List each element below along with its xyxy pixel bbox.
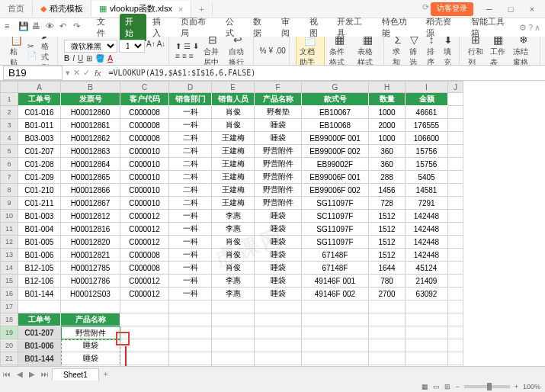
cell-I17[interactable] — [406, 300, 448, 313]
worksheet-button[interactable]: ▦工作表 — [488, 37, 508, 66]
close-icon[interactable]: × — [178, 5, 183, 14]
cell-C16[interactable]: C000012 — [120, 288, 169, 300]
cell-F2[interactable]: 野餐垫 — [255, 106, 302, 119]
cell-B14[interactable]: H00012785 — [61, 262, 120, 275]
cell-F17[interactable] — [255, 300, 302, 313]
preview-icon[interactable]: 👁 — [46, 21, 58, 34]
cell-H21[interactable] — [369, 352, 406, 365]
doc-helper-button[interactable]: 📄文档助手 — [296, 37, 325, 66]
cell-C5[interactable]: C000010 — [120, 145, 169, 158]
cell-F20[interactable] — [255, 339, 302, 352]
view-break-icon[interactable]: ⊞ — [444, 383, 450, 390]
cell-G18[interactable] — [302, 313, 369, 326]
cell-H16[interactable]: 2700 — [369, 288, 406, 300]
cell-F16[interactable]: 睡袋 — [255, 288, 302, 300]
menu-icon[interactable]: ≡ — [5, 21, 17, 34]
cell-A11[interactable]: B01-004 — [18, 223, 61, 236]
cell-A17[interactable] — [18, 300, 61, 313]
cell-D1[interactable]: 销售部门 — [169, 93, 212, 106]
col-header-J[interactable]: J — [448, 81, 463, 93]
font-size-select[interactable]: 11 — [119, 40, 145, 53]
cell-B15[interactable]: H00012786 — [61, 275, 120, 288]
cell-E14[interactable]: 肖俊 — [212, 262, 255, 275]
cell-C14[interactable]: C000008 — [120, 262, 169, 275]
cell-I11[interactable]: 142448 — [406, 223, 448, 236]
row-header-17[interactable]: 17 — [0, 300, 18, 313]
row-header-7[interactable]: 7 — [0, 171, 18, 184]
cell-G8[interactable]: EB99006F 002 — [302, 184, 369, 197]
cell-A6[interactable]: C01-208 — [18, 158, 61, 171]
row-header-6[interactable]: 6 — [0, 158, 18, 171]
cell-B7[interactable]: H00012865 — [61, 171, 120, 184]
cell-F6[interactable]: 野营附件 — [255, 158, 302, 171]
cell-I3[interactable]: 176555 — [406, 119, 448, 132]
cond-format-button[interactable]: ▦条件格式 — [327, 37, 353, 66]
cell-B19[interactable]: 野营附件 — [61, 326, 120, 339]
cell-C11[interactable]: C000012 — [120, 223, 169, 236]
cell-I14[interactable]: 45124 — [406, 262, 448, 275]
cell-J8[interactable] — [448, 184, 463, 197]
cell-B3[interactable]: H00012861 — [61, 119, 120, 132]
cell-C18[interactable] — [120, 313, 169, 326]
cell-E9[interactable]: 王建梅 — [212, 197, 255, 210]
cell-A13[interactable]: B01-006 — [18, 249, 61, 262]
cell-D5[interactable]: 二科 — [169, 145, 212, 158]
zoom-out-icon[interactable]: − — [455, 383, 459, 390]
row-header-21[interactable]: 21 — [0, 352, 18, 365]
cell-C15[interactable]: C000012 — [120, 275, 169, 288]
cell-F5[interactable]: 野营附件 — [255, 145, 302, 158]
cell-H1[interactable]: 数量 — [369, 93, 406, 106]
rowcol-button[interactable]: ⊞行和列 — [466, 37, 486, 66]
cell-D7[interactable]: 二科 — [169, 171, 212, 184]
cell-H14[interactable]: 1644 — [369, 262, 406, 275]
cell-H10[interactable]: 1512 — [369, 210, 406, 223]
cell-F19[interactable] — [255, 326, 302, 339]
row-header-8[interactable]: 8 — [0, 184, 18, 197]
cell-I7[interactable]: 5405 — [406, 171, 448, 184]
cell-J6[interactable] — [448, 158, 463, 171]
cell-H19[interactable] — [369, 326, 406, 339]
cell-I8[interactable]: 14581 — [406, 184, 448, 197]
cell-C2[interactable]: C000008 — [120, 106, 169, 119]
row-header-13[interactable]: 13 — [0, 249, 18, 262]
paste-button[interactable]: 📋粘贴 — [8, 37, 25, 66]
cell-G5[interactable]: EB99000F 002 — [302, 145, 369, 158]
cell-E20[interactable] — [212, 339, 255, 352]
cell-J20[interactable] — [448, 339, 463, 352]
copy-icon[interactable]: 📄 — [27, 51, 37, 59]
cell-F21[interactable] — [255, 352, 302, 365]
cell-C1[interactable]: 客户代码 — [120, 93, 169, 106]
cell-A9[interactable]: C01-211 — [18, 197, 61, 210]
cell-I16[interactable]: 63092 — [406, 288, 448, 300]
row-header-12[interactable]: 12 — [0, 236, 18, 249]
collapse-icon[interactable]: ∧ — [534, 23, 540, 33]
table-style-button[interactable]: ▦表格样式 — [355, 37, 381, 66]
sum-button[interactable]: Σ求和 — [390, 37, 405, 66]
cell-D13[interactable]: 一科 — [169, 249, 212, 262]
add-sheet-button[interactable]: + — [99, 370, 113, 378]
col-header-C[interactable]: C — [120, 81, 169, 93]
col-header-H[interactable]: H — [369, 81, 406, 93]
align-bot-icon[interactable]: ⬇ — [193, 42, 199, 50]
cell-J5[interactable] — [448, 145, 463, 158]
cell-H11[interactable]: 1512 — [369, 223, 406, 236]
sort-button[interactable]: ↕排序 — [425, 37, 439, 66]
undo-icon[interactable]: ↶ — [59, 21, 72, 34]
cell-D6[interactable]: 二科 — [169, 158, 212, 171]
cell-F7[interactable]: 野营附件 — [255, 171, 302, 184]
row-header-16[interactable]: 16 — [0, 288, 18, 300]
cell-G7[interactable]: EB99006F 001 — [302, 171, 369, 184]
cell-E11[interactable]: 李惠 — [212, 223, 255, 236]
cell-F14[interactable]: 睡袋 — [255, 262, 302, 275]
cell-A20[interactable]: B01-006 — [18, 339, 61, 352]
cell-C20[interactable] — [120, 339, 169, 352]
cell-J17[interactable] — [448, 300, 463, 313]
print-icon[interactable]: 🖶 — [32, 21, 44, 34]
cell-G14[interactable]: 67148F — [302, 262, 369, 275]
cell-E13[interactable]: 肖俊 — [212, 249, 255, 262]
bold-icon[interactable]: B — [64, 54, 69, 63]
cell-J18[interactable] — [448, 313, 463, 326]
col-header-B[interactable]: B — [61, 81, 120, 93]
cell-J21[interactable] — [448, 352, 463, 365]
cell-J7[interactable] — [448, 171, 463, 184]
